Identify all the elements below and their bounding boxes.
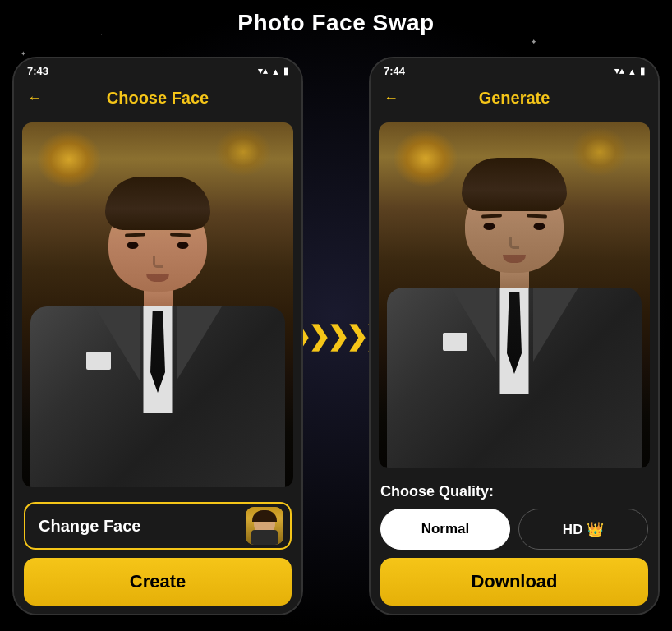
signal-icon-r: ▾▴ [614, 66, 624, 76]
change-face-label: Change Face [39, 517, 140, 536]
eyes-row-left [127, 242, 189, 249]
eyebrows-left [125, 233, 191, 237]
phone-left-bottom: Change Face Create [14, 494, 301, 614]
wifi-icon-r: ▲ [628, 67, 637, 76]
hair-right [462, 158, 567, 211]
eye-left-r [177, 242, 189, 249]
mouth-left [146, 274, 169, 282]
person-figure-left [22, 177, 293, 487]
time-right: 7:44 [384, 65, 405, 77]
status-icons-right: ▾▴ ▲ ▮ [614, 66, 645, 76]
create-button[interactable]: Create [24, 558, 292, 606]
change-face-button[interactable]: Change Face [24, 502, 292, 550]
wifi-icon: ▲ [271, 67, 280, 76]
neck-right [500, 271, 529, 288]
lamp-right [214, 127, 272, 177]
battery-icon: ▮ [283, 66, 288, 76]
nose-left [153, 256, 163, 268]
quality-normal-button[interactable]: Normal [380, 509, 510, 550]
head-wrap-left [108, 177, 207, 292]
arrows-container: ❯❯❯❯❯ [303, 320, 369, 352]
thumb-body [251, 530, 278, 545]
phone-left-header: ← Choose Face [14, 81, 301, 116]
page-title: Photo Face Swap [0, 10, 672, 36]
eyebrow-left-l [125, 233, 145, 237]
right-photo-bg [379, 122, 650, 468]
phone-left: 7:43 ▾▴ ▲ ▮ ← Choose Face [12, 57, 303, 615]
thumb-hair [252, 510, 277, 522]
phones-container: 7:43 ▾▴ ▲ ▮ ← Choose Face [12, 49, 660, 623]
quality-options: Normal HD 👑 [380, 509, 648, 550]
nose-right [509, 237, 519, 249]
neck-left [144, 290, 173, 306]
face-thumb-inner [246, 507, 283, 545]
head-wrap-right [465, 158, 564, 273]
right-photo-area [379, 122, 650, 468]
back-button-left[interactable]: ← [27, 90, 42, 107]
left-photo-area [22, 122, 293, 487]
quality-label: Choose Quality: [380, 483, 648, 500]
status-bar-right: 7:44 ▾▴ ▲ ▮ [371, 58, 658, 81]
time-left: 7:43 [27, 65, 48, 77]
battery-icon-r: ▮ [640, 66, 645, 76]
suit-right [387, 288, 642, 468]
create-label: Create [130, 571, 186, 592]
eye-right-r [534, 223, 545, 230]
eyebrow-left-r [170, 233, 191, 237]
face-thumbnail [246, 507, 283, 545]
status-icons-left: ▾▴ ▲ ▮ [258, 66, 288, 76]
star-13: ✦ [531, 38, 537, 46]
signal-icon: ▾▴ [258, 66, 268, 76]
lapel-left-r [177, 306, 222, 380]
quality-hd-button[interactable]: HD 👑 [518, 509, 648, 550]
left-photo-bg [22, 122, 293, 487]
quality-normal-label: Normal [421, 521, 470, 537]
generate-title: Generate [479, 89, 550, 108]
quality-hd-label: HD 👑 [563, 521, 604, 538]
eyebrows-right [481, 214, 547, 218]
phone-right-bottom: Choose Quality: Normal HD 👑 Download [371, 475, 658, 614]
mouth-right [503, 255, 526, 263]
download-button[interactable]: Download [380, 558, 648, 606]
lapel-right-r [533, 288, 578, 362]
download-label: Download [471, 571, 557, 592]
nose-area-left [150, 256, 166, 271]
person-figure-right [379, 158, 650, 468]
hair-left [105, 177, 210, 230]
eyebrow-right-r [527, 214, 547, 218]
nose-area-right [506, 237, 522, 252]
pocket-square-left [86, 352, 111, 370]
eye-right-l [484, 223, 495, 230]
phone-right-header: ← Generate [371, 81, 658, 116]
suit-left [30, 306, 285, 487]
back-button-right[interactable]: ← [384, 90, 398, 107]
eyebrow-right-l [481, 214, 502, 218]
eye-left-l [127, 242, 139, 249]
eyes-row-right [484, 223, 545, 230]
pocket-square-right [443, 333, 467, 351]
choose-face-title: Choose Face [107, 89, 209, 108]
status-bar-left: 7:43 ▾▴ ▲ ▮ [14, 58, 301, 81]
phone-right: 7:44 ▾▴ ▲ ▮ ← Generate [369, 57, 660, 615]
